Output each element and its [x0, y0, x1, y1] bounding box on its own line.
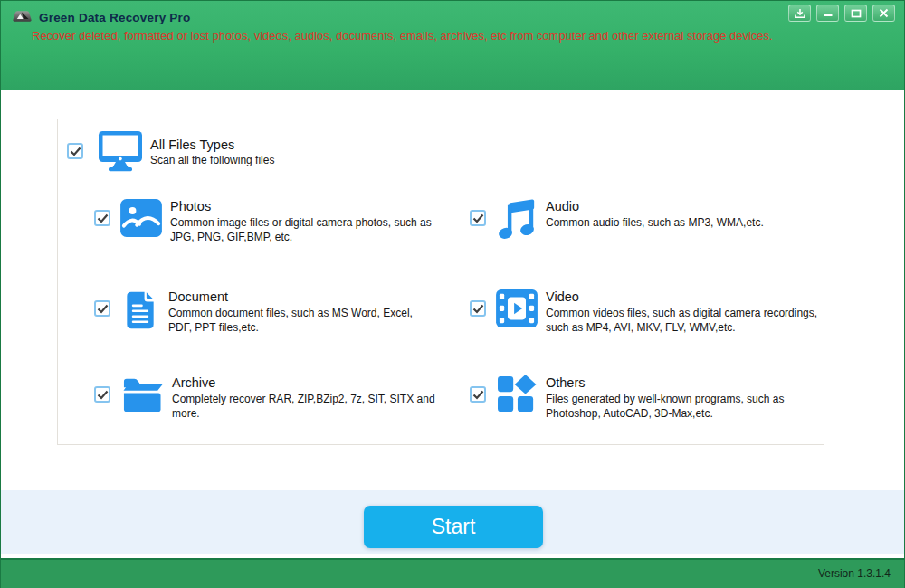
photos-icon [120, 199, 162, 241]
version-label: Version 1.3.1.4 [818, 567, 891, 580]
audio-title: Audio [546, 199, 826, 213]
maximize-button[interactable] [844, 5, 867, 22]
category-item-audio: Audio Common audio files, such as MP3, W… [470, 199, 826, 244]
document-desc: Common document files, such as MS Word, … [168, 306, 433, 335]
document-icon [120, 289, 160, 335]
open-folder-icon [120, 375, 164, 417]
video-checkbox[interactable] [470, 300, 486, 317]
category-item-photos: Photos Common image files or digital cam… [94, 199, 434, 244]
others-title: Others [546, 375, 826, 390]
titlebar: Green Data Recovery Pro Recover deleted,… [1, 1, 904, 90]
close-button[interactable] [872, 5, 895, 22]
category-item-archive: Archive Completely recover RAR, ZIP,BZip… [94, 375, 443, 421]
download-button[interactable] [788, 5, 811, 22]
document-title: Document [168, 289, 433, 304]
close-icon [879, 8, 889, 18]
archive-title: Archive [172, 375, 443, 390]
photos-desc: Common image files or digital camera pho… [170, 215, 434, 244]
app-title: Green Data Recovery Pro [39, 11, 190, 24]
all-files-row: All Files Types Scan all the following f… [67, 130, 274, 175]
document-checkbox[interactable] [94, 300, 110, 317]
photos-checkbox[interactable] [94, 210, 110, 226]
window-controls [788, 5, 895, 22]
category-item-video: Video Common videos files, such as digit… [470, 289, 828, 335]
audio-checkbox[interactable] [470, 210, 486, 226]
photos-title: Photos [170, 199, 434, 213]
others-checkbox[interactable] [470, 386, 486, 403]
app-subtitle: Recover deleted, formatted or lost photo… [32, 29, 773, 43]
others-desc: Files generated by well-known programs, … [546, 392, 826, 421]
file-types-panel: All Files Types Scan all the following f… [57, 119, 824, 445]
archive-checkbox[interactable] [94, 386, 110, 403]
download-icon [794, 8, 806, 19]
minimize-icon [823, 9, 834, 18]
audio-desc: Common audio files, such as MP3, WMA,etc… [546, 215, 826, 230]
start-button[interactable]: Start [364, 506, 543, 548]
footer-bar: Version 1.3.1.4 [1, 558, 904, 588]
video-desc: Common videos files, such as digital cam… [546, 306, 828, 335]
app-logo-icon [12, 7, 33, 28]
category-item-document: Document Common document files, such as … [94, 289, 433, 335]
app-window: Green Data Recovery Pro Recover deleted,… [0, 0, 905, 588]
all-files-checkbox[interactable] [67, 143, 83, 159]
minimize-button[interactable] [816, 5, 839, 22]
filmstrip-play-icon [496, 289, 538, 331]
all-files-desc: Scan all the following files [150, 154, 274, 166]
video-title: Video [546, 289, 828, 304]
shapes-grid-icon [496, 375, 538, 417]
music-note-icon [496, 199, 538, 244]
archive-desc: Completely recover RAR, ZIP,BZip2, 7z, S… [172, 392, 443, 421]
category-item-others: Others Files generated by well-known pro… [470, 375, 826, 421]
all-files-title: All Files Types [150, 138, 274, 152]
maximize-icon [851, 9, 862, 18]
monitor-icon [98, 130, 143, 175]
